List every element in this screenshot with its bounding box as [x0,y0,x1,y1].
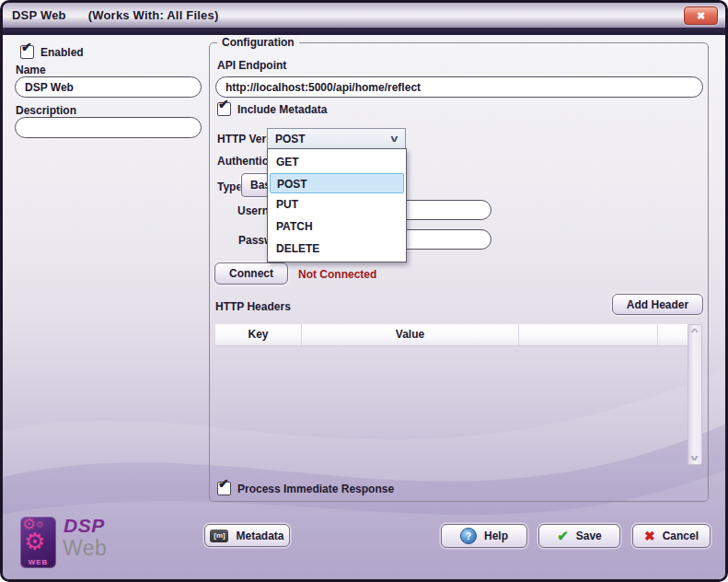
dsp-web-dialog: DSP Web (Works With: All Files) ✖ ✔ Enab… [0,0,728,582]
headers-table-scrollbar[interactable]: ^ v [688,324,702,465]
type-label: Type [217,180,242,193]
dialog-content: ✔ Enabled Name Description Configuration… [3,35,725,579]
help-icon: ? [460,528,477,544]
logo-badge-text: WEB [20,558,56,566]
include-metadata-checkbox[interactable]: ✔ [217,102,231,116]
cancel-x-icon: ✖ [644,529,655,543]
metadata-button[interactable]: [m] Metadata [204,524,290,547]
description-input[interactable] [15,117,202,138]
screenshot-stage: DSP Web (Works With: All Files) ✖ ✔ Enab… [0,0,728,582]
include-metadata-row: ✔ Include Metadata [217,102,327,116]
include-metadata-label: Include Metadata [237,103,327,116]
api-endpoint-input[interactable] [215,76,703,98]
headers-col-value[interactable]: Value [302,324,519,345]
http-verb-option-patch[interactable]: PATCH [270,215,404,238]
name-label: Name [16,64,46,76]
http-verb-dropdown: GET POST PUT PATCH DELETE [267,148,407,262]
metadata-button-label: Metadata [236,530,283,542]
chevron-down-icon: v [391,134,408,144]
title-bar: DSP Web (Works With: All Files) ✖ [3,3,725,28]
help-button-label: Help [484,530,508,542]
window-title: DSP Web [3,8,66,22]
enabled-checkbox[interactable]: ✔ [20,45,34,59]
http-headers-label: HTTP Headers [215,300,291,313]
http-verb-option-post[interactable]: POST [270,173,404,193]
connect-button[interactable]: Connect [214,262,288,285]
http-verb-value: POST [268,133,393,146]
add-header-button-label: Add Header [627,298,688,311]
close-icon: ✖ [697,10,705,22]
enabled-checkbox-row: ✔ Enabled [20,45,84,59]
headers-table-header: Key Value [215,324,688,346]
process-immediate-check-icon: ✔ [218,476,229,491]
enabled-label: Enabled [40,46,84,59]
metadata-icon: [m] [210,530,228,542]
window-subtitle: (Works With: All Files) [79,8,219,22]
http-verb-option-put[interactable]: PUT [270,193,404,215]
title-separator [3,28,725,35]
headers-col-4[interactable] [658,324,688,345]
http-verb-combobox[interactable]: POST v [267,128,406,149]
process-immediate-row: ✔ Process Immediate Response [217,482,394,495]
http-verb-option-delete[interactable]: DELETE [270,238,404,260]
http-verb-label: HTTP Verb [217,133,272,146]
scroll-down-icon[interactable]: v [691,451,699,464]
headers-col-3[interactable] [519,324,658,345]
include-metadata-check-icon: ✔ [218,97,229,111]
scroll-up-icon[interactable]: ^ [691,325,699,338]
cancel-button[interactable]: ✖ Cancel [632,524,711,548]
logo-web-text: Web [63,536,107,561]
configuration-legend: Configuration [217,36,299,49]
api-endpoint-label: API Endpoint [217,59,286,72]
cancel-button-label: Cancel [663,530,699,542]
http-verb-option-get[interactable]: GET [270,151,404,173]
logo-dsp-text: DSP [64,515,105,537]
add-header-button[interactable]: Add Header [612,294,703,315]
gear-icon-large: ⚙ [24,528,45,556]
process-immediate-label: Process Immediate Response [237,483,394,495]
headers-col-key[interactable]: Key [215,324,302,345]
connection-status: Not Connected [298,268,376,281]
save-button-label: Save [576,530,602,542]
close-button[interactable]: ✖ [684,6,718,25]
name-input[interactable] [15,76,202,98]
description-label: Description [16,104,76,117]
save-check-icon: ✔ [557,528,569,544]
process-immediate-checkbox[interactable]: ✔ [217,482,231,495]
help-button[interactable]: ? Help [441,524,527,548]
dsp-web-logo: ⚙ ⚙ ⚙ WEB [20,517,56,568]
enabled-check-icon: ✔ [21,40,32,54]
connect-button-label: Connect [229,267,273,280]
save-button[interactable]: ✔ Save [538,524,620,548]
